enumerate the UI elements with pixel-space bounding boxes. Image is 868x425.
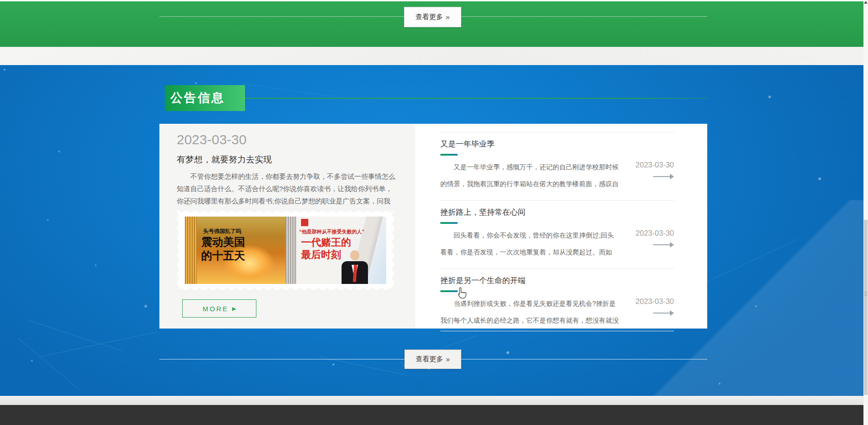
stamp-perforation-right [390, 210, 395, 290]
cover-left-tagline: 头号强国乱了吗 [203, 228, 241, 235]
news-row: 又是一年毕业季，感慨万千，还记的自己刚进学校那时候的情景，我拖着沉重的行李箱站在… [440, 159, 674, 192]
news-title[interactable]: 挫折是另一个生命的开端 [440, 275, 674, 286]
more-button-label: MORE [203, 305, 229, 313]
magazine-cover-right: “他是那种从不接受失败的人” 一代赌王的 最后时刻 [286, 217, 386, 284]
news-meta: 2023-03-30 [633, 227, 674, 261]
page: 查看更多 » 公告信息 2023-03-30 有梦想，就要努力去实现 不管你想要… [0, 0, 868, 425]
news-item[interactable]: 又是一年毕业季 又是一年毕业季，感慨万千，还记的自己刚进学校那时候的情景，我拖着… [440, 132, 674, 200]
section-divider-strip [0, 47, 868, 65]
view-more-bottom-label: 查看更多 [416, 355, 443, 364]
featured-date: 2023-03-30 [177, 132, 396, 147]
stamp-perforation-bottom [177, 286, 394, 291]
plexus-line [241, 83, 377, 103]
scrollbar-track[interactable] [863, 0, 868, 425]
plexus-line [27, 320, 123, 351]
arrow-right-icon[interactable] [653, 242, 674, 248]
cover-right-line1: 一代赌王的 [301, 236, 351, 249]
double-chevron-right-icon: » [446, 13, 450, 21]
news-meta: 2023-03-30 [633, 295, 674, 329]
news-excerpt: 又是一年毕业季，感慨万千，还记的自己刚进学校那时候的情景，我拖着沉重的行李箱站在… [440, 159, 620, 192]
view-more-bottom-button[interactable]: 查看更多 » [404, 349, 461, 369]
top-green-band: 查看更多 » [0, 1, 868, 47]
stamp-photo: 头号强国乱了吗 震动美国 的十五天 “他是那种从不接受失败的人” 一代赌王的 最… [185, 217, 386, 284]
plexus-background-dots [4, 69, 5, 71]
news-list: 又是一年毕业季 又是一年毕业季，感慨万千，还记的自己刚进学校那时候的情景，我拖着… [415, 124, 707, 329]
announcements-card: 2023-03-30 有梦想，就要努力去实现 不管你想要怎样的生活，你都要去努力… [159, 124, 707, 329]
suited-man-figure [342, 248, 368, 284]
featured-stamp-image[interactable]: 头号强国乱了吗 震动美国 的十五天 “他是那种从不接受失败的人” 一代赌王的 最… [177, 210, 394, 290]
arrow-right-icon[interactable] [653, 174, 674, 179]
news-meta: 2023-03-30 [633, 159, 674, 192]
announcements-section: 公告信息 2023-03-30 有梦想，就要努力去实现 不管你想要怎样的生活，你… [0, 65, 868, 396]
news-row: 当遇到挫折或失败，你是看见失败还是看见机会?挫折是我们每个人成长的必经之路，它不… [440, 295, 674, 329]
section-heading-rule [245, 98, 707, 99]
play-triangle-icon: ▶ [232, 306, 236, 312]
news-date: 2023-03-30 [633, 161, 674, 169]
news-excerpt: 当遇到挫折或失败，你是看见失败还是看见机会?挫折是我们每个人成长的必经之路，它不… [440, 295, 620, 329]
news-date: 2023-03-30 [633, 297, 674, 306]
footer-divider-strip [0, 396, 868, 405]
cover-left-line2: 的十五天 [201, 248, 245, 263]
scrollbar-up-arrow-icon[interactable] [864, 1, 868, 4]
news-title[interactable]: 又是一年毕业季 [440, 139, 674, 150]
news-item[interactable]: 挫折是另一个生命的开端 当遇到挫折或失败，你是看见失败还是看见机会?挫折是我们每… [440, 268, 674, 331]
news-row: 回头看看，你会不会发现，曾经的你在这里摔倒过;回头看看，你是否发现，一次次地重复… [440, 227, 674, 261]
news-date: 2023-03-30 [633, 229, 674, 238]
title-accent-bar [440, 222, 458, 224]
featured-excerpt: 不管你想要怎样的生活，你都要去努力争取，不多尝试一些事情怎么知道自己适合什么、不… [177, 170, 396, 207]
cover-right-tagline: “他是那种从不接受失败的人” [299, 228, 364, 235]
news-title[interactable]: 挫折路上，坚持常在心间 [440, 207, 674, 218]
featured-article-panel: 2023-03-30 有梦想，就要努力去实现 不管你想要怎样的生活，你都要去努力… [159, 124, 415, 329]
section-heading-badge: 公告信息 [165, 85, 245, 111]
news-excerpt: 回头看看，你会不会发现，曾经的你在这里摔倒过;回头看看，你是否发现，一次次地重复… [440, 227, 620, 261]
view-more-top-label: 查看更多 [416, 13, 443, 21]
view-more-top-button[interactable]: 查看更多 » [404, 7, 461, 27]
plexus-line [18, 338, 82, 391]
red-logo-icon [301, 219, 308, 226]
double-chevron-right-icon: » [446, 355, 450, 364]
scrollbar-thumb[interactable] [864, 220, 868, 395]
news-item[interactable]: 挫折路上，坚持常在心间 回头看看，你会不会发现，曾经的你在这里摔倒过;回头看看，… [440, 200, 674, 268]
featured-title[interactable]: 有梦想，就要努力去实现 [177, 154, 396, 166]
magazine-cover-left: 头号强国乱了吗 震动美国 的十五天 [185, 217, 286, 284]
more-button[interactable]: MORE ▶ [182, 299, 256, 318]
cover-left-line1: 震动美国 [201, 235, 245, 249]
stamp-perforation-left [176, 210, 181, 290]
arrow-right-icon[interactable] [653, 310, 674, 316]
plexus-line [41, 332, 157, 357]
cover-right-line2: 最后时刻 [301, 248, 341, 262]
stamp-perforation-top [177, 210, 394, 214]
figure-head [350, 250, 359, 260]
footer [0, 405, 868, 425]
title-accent-bar [440, 290, 458, 292]
title-accent-bar [440, 154, 458, 156]
